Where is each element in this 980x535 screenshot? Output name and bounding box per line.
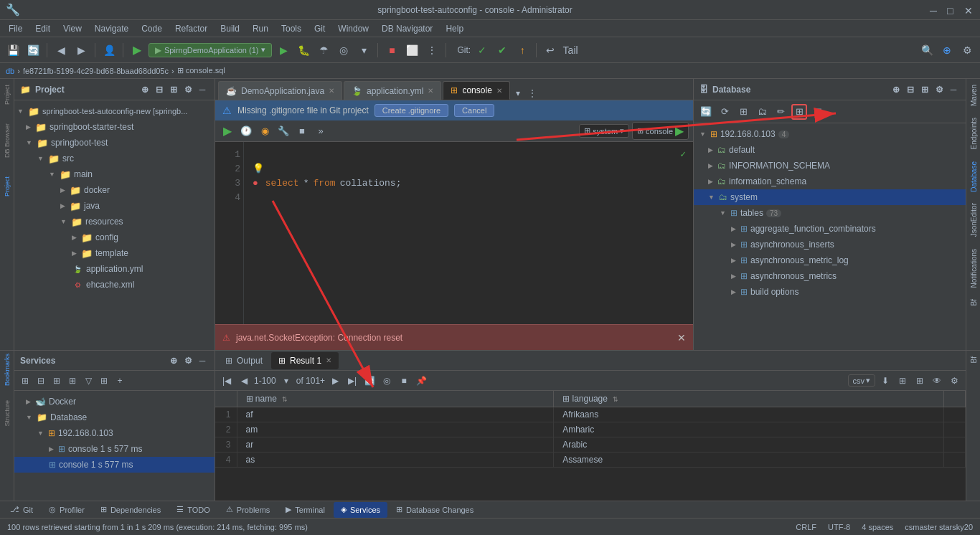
table-row[interactable]: 4 as Assamese bbox=[215, 453, 966, 468]
tail-btn[interactable]: Tail bbox=[562, 42, 579, 59]
tree-item-resources[interactable]: ▼ 📁 resources bbox=[14, 214, 215, 229]
maximize-button[interactable]: □ bbox=[947, 5, 957, 15]
code-editor[interactable]: 1 2 3 4 ✓ 💡 ● select * from collations; bbox=[215, 142, 693, 324]
db-schema-system[interactable]: ▼ 🗂 system bbox=[694, 189, 966, 205]
menu-navigate[interactable]: Navigate bbox=[89, 22, 134, 35]
th-name[interactable]: ⊞ name ⇅ bbox=[237, 391, 554, 407]
tree-item-config[interactable]: ▶ 📁 config bbox=[14, 229, 215, 245]
db-server-node[interactable]: ▼ ⊞ 192.168.0.103 4 bbox=[694, 126, 966, 142]
db-add-btn[interactable]: ⊕ bbox=[890, 83, 903, 96]
menu-file[interactable]: File bbox=[3, 22, 28, 35]
tab-appyml[interactable]: 🍃 application.yml ✕ bbox=[344, 81, 441, 100]
svc-min-btn[interactable]: ─ bbox=[196, 354, 209, 367]
save-btn[interactable]: 💾 bbox=[4, 42, 22, 59]
db-schema-info-lower[interactable]: ▶ 🗂 information_schema bbox=[694, 174, 966, 189]
notifications-tab[interactable]: Notifications bbox=[966, 243, 980, 293]
tab-demoapplication[interactable]: ☕ DemoApplication.java ✕ bbox=[218, 81, 342, 100]
structure-label[interactable]: Structure bbox=[4, 400, 11, 427]
db-table-build[interactable]: ▶ ⊞ build options bbox=[694, 284, 966, 300]
db-table-async-metrics[interactable]: ▶ ⊞ asynchronous_metrics bbox=[694, 268, 966, 284]
user-btn[interactable]: 👤 bbox=[100, 42, 118, 59]
last-page-btn[interactable]: ▶| bbox=[345, 374, 359, 388]
svc-console1[interactable]: ▶ ⊞ console 1 s 577 ms bbox=[14, 441, 215, 457]
create-gitignore-button[interactable]: Create .gitignore bbox=[374, 104, 448, 117]
refresh-result-btn[interactable]: 🔄 bbox=[362, 374, 377, 388]
db-table-agg[interactable]: ▶ ⊞ aggregate_function_combinators bbox=[694, 221, 966, 237]
db-settings-btn[interactable]: ⚙ bbox=[933, 83, 946, 96]
tree-item-main[interactable]: ▼ 📁 main bbox=[14, 166, 215, 182]
undo-btn[interactable]: ↩ bbox=[542, 42, 559, 59]
terminal-bottom-tab[interactable]: ▶ Terminal bbox=[278, 502, 332, 518]
toolbar-more1[interactable]: ⋮ bbox=[423, 42, 440, 59]
stop2-btn[interactable]: ■ bbox=[294, 123, 310, 139]
proj-close-btn[interactable]: ─ bbox=[196, 83, 209, 96]
git-bottom-tab[interactable]: ⎇ Git bbox=[3, 502, 40, 518]
tree-item-template[interactable]: ▶ 📁 template bbox=[14, 245, 215, 261]
tree-item-test[interactable]: ▼ 📁 springboot-test bbox=[14, 135, 215, 151]
prev-page-btn[interactable]: ◀ bbox=[237, 374, 251, 388]
table-row[interactable]: 1 af Afrikaans bbox=[215, 407, 966, 422]
svc-ip[interactable]: ▼ ⊞ 192.168.0.103 bbox=[14, 425, 215, 441]
db-changes-bottom-tab[interactable]: ⊞ Database Changes bbox=[389, 502, 481, 518]
menu-help[interactable]: Help bbox=[440, 22, 469, 35]
db-table-btn[interactable]: ⊞ bbox=[735, 104, 751, 120]
tab-more-btn[interactable]: ▾ bbox=[512, 87, 524, 100]
proj-collapse-btn[interactable]: ⊟ bbox=[153, 83, 166, 96]
settings-btn[interactable]: ⚙ bbox=[958, 42, 976, 59]
pin-result-btn[interactable]: 📌 bbox=[414, 374, 428, 388]
menu-db-navigator[interactable]: DB Navigator bbox=[376, 22, 438, 35]
error-close-btn[interactable]: ✕ bbox=[677, 332, 686, 344]
plus-btn[interactable]: ⊕ bbox=[938, 42, 956, 59]
stop-result-btn[interactable]: ■ bbox=[397, 374, 411, 388]
table-row[interactable]: 2 am Amharic bbox=[215, 422, 966, 437]
run-config-dropdown[interactable]: ▶ SpirngDemoApplication (1) ▾ bbox=[149, 43, 272, 57]
system-selector[interactable]: ⊞ system ▾ bbox=[579, 124, 629, 138]
result1-close[interactable]: ✕ bbox=[326, 356, 331, 364]
db-view-btn[interactable]: ⊞ bbox=[791, 104, 807, 120]
stop-btn[interactable]: ■ bbox=[383, 42, 400, 59]
menu-build[interactable]: Build bbox=[215, 22, 245, 35]
run-green-btn[interactable]: ▶ bbox=[128, 42, 146, 59]
menu-git[interactable]: Git bbox=[308, 22, 331, 35]
bookmarks-label[interactable]: Bookmarks bbox=[4, 354, 11, 386]
db-tables-group[interactable]: ▼ ⊞ tables 73 bbox=[694, 205, 966, 221]
profiler-bottom-tab[interactable]: ◎ Profiler bbox=[42, 502, 92, 518]
menu-run[interactable]: Run bbox=[247, 22, 274, 35]
db-sync-btn[interactable]: ⟳ bbox=[717, 104, 732, 120]
status-indent[interactable]: 4 spaces bbox=[862, 523, 893, 531]
profile-btn[interactable]: ◎ bbox=[335, 42, 352, 59]
tree-item-src[interactable]: ▼ 📁 src bbox=[14, 151, 215, 166]
search-btn[interactable]: 🔍 bbox=[918, 42, 936, 59]
result-settings-btn[interactable]: ⚙ bbox=[947, 374, 961, 388]
db-collapse-btn[interactable]: ⊟ bbox=[904, 83, 917, 96]
result1-tab[interactable]: ⊞ Result 1 ✕ bbox=[271, 352, 339, 369]
tree-item-java[interactable]: ▶ 📁 java bbox=[14, 198, 215, 214]
db-expand-btn[interactable]: ⊞ bbox=[918, 83, 931, 96]
db-schema-default[interactable]: ▶ 🗂 default bbox=[694, 142, 966, 158]
tab-close-yml[interactable]: ✕ bbox=[428, 87, 433, 95]
svc-console2[interactable]: ⊞ console 1 s 577 ms bbox=[14, 457, 215, 473]
forward-btn[interactable]: ▶ bbox=[72, 42, 90, 59]
maven-tab[interactable]: Maven bbox=[966, 79, 980, 112]
proj-expand-btn[interactable]: ⊞ bbox=[167, 83, 180, 96]
git-push-btn[interactable]: ↑ bbox=[514, 42, 531, 59]
svc-tool5[interactable]: ▽ bbox=[82, 374, 95, 387]
table-row[interactable]: 3 ar Arabic bbox=[215, 437, 966, 453]
th-language[interactable]: ⊞ language ⇅ bbox=[554, 391, 944, 407]
menu-view[interactable]: View bbox=[57, 22, 88, 35]
breadcrumb-uuid[interactable]: fe8721fb-5199-4c29-bd68-8baad68dd05c bbox=[23, 67, 169, 75]
run-btn[interactable]: ▶ bbox=[275, 42, 292, 59]
frame-btn[interactable]: ⬜ bbox=[403, 42, 420, 59]
copy-btn[interactable]: ⊞ bbox=[895, 374, 910, 388]
svc-docker[interactable]: ▶ 🐋 Docker bbox=[14, 394, 215, 409]
view-btn[interactable]: 👁 bbox=[930, 374, 944, 388]
settings2-btn[interactable]: 🔧 bbox=[275, 123, 291, 139]
problems-bottom-tab[interactable]: ⚠ Problems bbox=[219, 502, 277, 518]
tab-console[interactable]: ⊞ console ✕ bbox=[443, 81, 509, 100]
pin-btn[interactable]: ◉ bbox=[257, 123, 273, 139]
db-table-async-inserts[interactable]: ▶ ⊞ asynchronous_inserts bbox=[694, 237, 966, 252]
menu-edit[interactable]: Edit bbox=[29, 22, 56, 35]
count-btn[interactable]: ◎ bbox=[380, 374, 394, 388]
db-filter-btn[interactable]: ▽ bbox=[810, 104, 826, 120]
db-refresh-btn[interactable]: 🔄 bbox=[698, 104, 714, 120]
